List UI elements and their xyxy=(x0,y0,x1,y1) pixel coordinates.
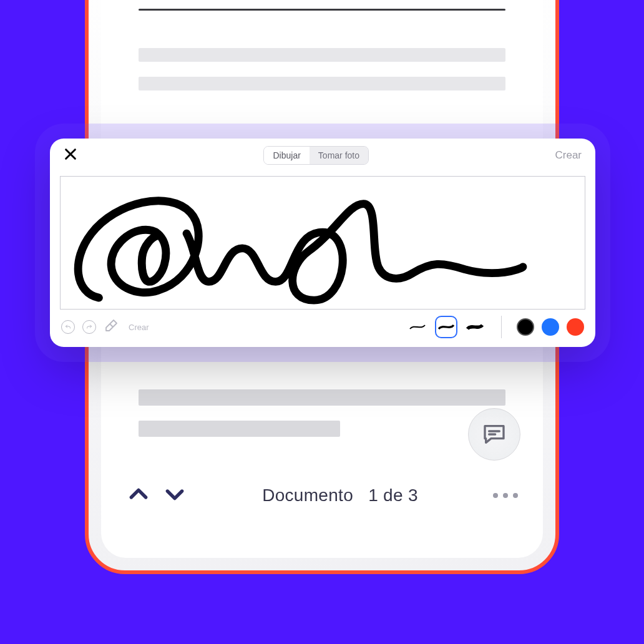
tab-draw[interactable]: Dibujar xyxy=(264,147,309,164)
create-button[interactable]: Crear xyxy=(555,149,582,162)
thickness-thin[interactable] xyxy=(406,316,429,338)
doc-placeholder-line xyxy=(139,77,505,90)
chat-icon xyxy=(482,422,507,447)
next-document-button[interactable] xyxy=(162,482,187,509)
color-blue[interactable] xyxy=(542,318,559,336)
signature-canvas[interactable] xyxy=(60,176,585,310)
chevron-up-icon xyxy=(126,482,151,507)
doc-divider xyxy=(139,9,505,11)
thickness-medium[interactable] xyxy=(435,316,457,338)
color-black[interactable] xyxy=(517,318,534,336)
close-icon xyxy=(64,147,77,161)
signature-panel: Dibujar Tomar foto Crear Crear xyxy=(50,139,595,347)
eraser-button[interactable] xyxy=(104,318,119,336)
undo-icon xyxy=(64,323,72,331)
chevron-down-icon xyxy=(162,482,187,507)
signature-stroke xyxy=(61,177,585,309)
document-label: Documento xyxy=(262,485,353,505)
stroke-color-picker xyxy=(517,318,584,336)
eraser-icon xyxy=(104,318,119,333)
undo-button[interactable] xyxy=(61,320,75,334)
signature-mode-segmented: Dibujar Tomar foto xyxy=(263,146,369,165)
comment-button[interactable] xyxy=(468,408,520,461)
divider xyxy=(501,316,502,338)
more-options-button[interactable] xyxy=(493,493,518,498)
prev-document-button[interactable] xyxy=(126,482,151,509)
document-count: 1 de 3 xyxy=(368,485,418,505)
doc-placeholder-group xyxy=(139,389,505,452)
doc-placeholder-line xyxy=(139,389,505,406)
document-nav-bar: Documento 1 de 3 xyxy=(114,471,530,520)
document-position: Documento 1 de 3 xyxy=(187,485,493,505)
stroke-thickness-picker xyxy=(406,316,486,338)
close-button[interactable] xyxy=(64,147,77,163)
doc-placeholder-line xyxy=(139,421,340,437)
create-button-secondary[interactable]: Crear xyxy=(129,323,149,332)
doc-placeholder-line xyxy=(139,48,505,62)
color-red[interactable] xyxy=(567,318,584,336)
redo-icon xyxy=(85,323,93,331)
thickness-thick[interactable] xyxy=(464,316,486,338)
redo-button[interactable] xyxy=(82,320,96,334)
tab-take-photo[interactable]: Tomar foto xyxy=(310,147,368,164)
